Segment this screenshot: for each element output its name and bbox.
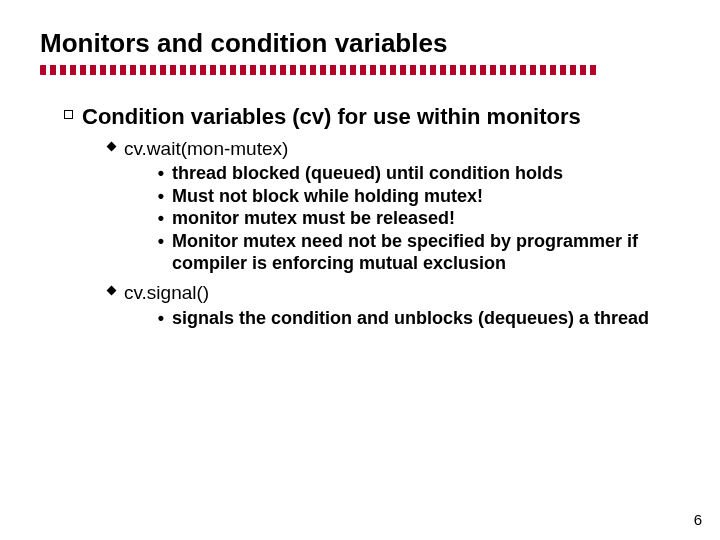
bullet-level3: • signals the condition and unblocks (de… — [150, 307, 680, 330]
bullet-level3: • monitor mutex must be released! — [150, 207, 680, 230]
title-underline — [40, 65, 600, 75]
dot-bullet-icon: • — [150, 185, 172, 208]
slide-content: Condition variables (cv) for use within … — [40, 103, 680, 329]
bullet-level3: • Must not block while holding mutex! — [150, 185, 680, 208]
slide: Monitors and condition variables Conditi… — [0, 0, 720, 540]
dot-bullet-icon: • — [150, 207, 172, 230]
bullet-level2-wait: cv.wait(mon-mutex) — [98, 137, 680, 161]
level3-text: monitor mutex must be released! — [172, 207, 455, 230]
dot-bullet-icon: • — [150, 230, 172, 253]
dot-bullet-icon: • — [150, 162, 172, 185]
bullet-level1: Condition variables (cv) for use within … — [40, 103, 680, 131]
bullet-level2-signal: cv.signal() — [98, 281, 680, 305]
slide-title: Monitors and condition variables — [40, 28, 680, 59]
diamond-bullet-icon — [98, 281, 124, 294]
level2-signal-label: cv.signal() — [124, 281, 209, 305]
level3-text: thread blocked (queued) until condition … — [172, 162, 563, 185]
level3-text: Must not block while holding mutex! — [172, 185, 483, 208]
bullet-level3: • Monitor mutex need not be specified by… — [150, 230, 680, 275]
level1-text: Condition variables (cv) for use within … — [82, 103, 581, 131]
level3-text: signals the condition and unblocks (dequ… — [172, 307, 649, 330]
level3-text: Monitor mutex need not be specified by p… — [172, 230, 662, 275]
dot-bullet-icon: • — [150, 307, 172, 330]
square-bullet-icon — [54, 103, 82, 119]
page-number: 6 — [694, 511, 702, 528]
level2-wait-label: cv.wait(mon-mutex) — [124, 137, 288, 161]
bullet-level3: • thread blocked (queued) until conditio… — [150, 162, 680, 185]
diamond-bullet-icon — [98, 137, 124, 150]
